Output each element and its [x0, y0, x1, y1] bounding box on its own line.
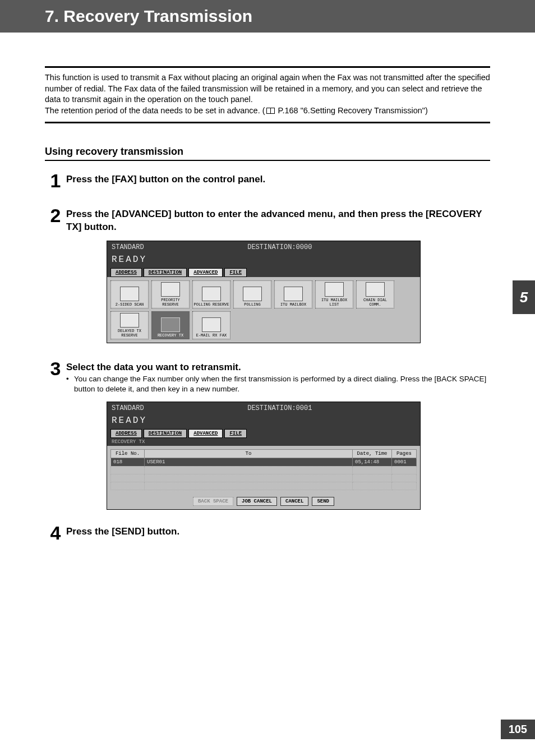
recovery-table-wrap: File No. To Date, Time Pages 018 USER01 …	[107, 446, 420, 494]
lcd-standard: STANDARD	[112, 404, 144, 412]
mailbox-list-icon	[325, 282, 344, 297]
step-number: 1	[45, 171, 66, 190]
chapter-tab: 5	[513, 280, 535, 314]
col-to: To	[145, 449, 353, 458]
page-number: 105	[501, 720, 535, 739]
page-title: 7. Recovery Transmission	[45, 7, 535, 26]
priority-icon	[161, 282, 180, 297]
lcd-standard: STANDARD	[112, 243, 144, 251]
btn-delayed-tx[interactable]: DELAYED TX RESERVE	[110, 311, 149, 339]
mailbox-icon	[284, 287, 303, 301]
lcd-destination: DESTINATION:0001	[247, 404, 312, 412]
cell-fileno: 018	[111, 458, 145, 466]
table-row[interactable]	[111, 466, 417, 474]
tab-file[interactable]: FILE	[224, 268, 247, 277]
col-datetime: Date, Time	[353, 449, 392, 458]
lcd-sublabel: RECOVERY TX	[107, 438, 420, 446]
cell-to: USER01	[145, 458, 353, 466]
clock-icon	[120, 313, 139, 328]
intro-block: This function is used to transmit a Fax …	[45, 66, 490, 123]
lcd-button-panel: 2-SIDED SCAN PRIORITY RESERVE POLLING RE…	[107, 277, 420, 343]
email-icon	[202, 317, 221, 332]
btn-polling[interactable]: POLLING	[233, 280, 271, 308]
table-row[interactable]	[111, 474, 417, 482]
tab-advanced[interactable]: ADVANCED	[188, 429, 223, 438]
btn-itu-mailbox-list[interactable]: ITU MAILBOX LIST	[315, 280, 353, 308]
page-content: This function is used to transmit a Fax …	[0, 33, 535, 542]
tab-address[interactable]: ADDRESS	[110, 429, 142, 438]
intro-paragraph: This function is used to transmit a Fax …	[45, 73, 490, 104]
step-1: 1 Press the [FAX] button on the control …	[45, 171, 490, 190]
page-header: 7. Recovery Transmission	[0, 0, 535, 33]
btn-priority-reserve[interactable]: PRIORITY RESERVE	[151, 280, 190, 308]
chain-icon	[366, 282, 385, 297]
divider	[45, 122, 490, 123]
btn-itu-mailbox[interactable]: ITU MAILBOX	[274, 280, 312, 308]
step-2: 2 Press the [ADVANCED] button to enter t…	[45, 206, 490, 234]
col-pages: Pages	[392, 449, 417, 458]
btn-2sided-scan[interactable]: 2-SIDED SCAN	[110, 280, 149, 308]
lcd-destination: DESTINATION:0000	[247, 243, 312, 251]
recovery-icon	[161, 317, 180, 332]
lcd-tabs: ADDRESS DESTINATION ADVANCED FILE	[107, 429, 420, 438]
lcd-button-row: BACK SPACE JOB CANCEL CANCEL SEND	[107, 494, 420, 509]
tab-advanced[interactable]: ADVANCED	[188, 268, 223, 277]
step-title: Select the data you want to retransmit.	[66, 361, 490, 374]
btn-polling-reserve[interactable]: POLLING RESERVE	[192, 280, 230, 308]
section-heading: Using recovery transmission	[45, 146, 490, 161]
polling-reserve-icon	[202, 287, 221, 301]
step-title: Press the [SEND] button.	[66, 525, 490, 538]
btn-email-rx-fax[interactable]: E-MAIL RX FAX	[192, 311, 230, 339]
btn-recovery-tx[interactable]: RECOVERY TX	[151, 311, 190, 339]
step-notes: You can change the Fax number only when …	[66, 374, 490, 394]
btn-chain-dial[interactable]: CHAIN DIAL COMM.	[356, 280, 394, 308]
recovery-table: File No. To Date, Time Pages 018 USER01 …	[110, 449, 417, 490]
btn-cancel[interactable]: CANCEL	[280, 497, 308, 506]
lcd-ready: READY	[107, 255, 420, 268]
table-row[interactable]	[111, 482, 417, 490]
divider	[45, 66, 490, 68]
lcd-screenshot-recovery-list: STANDARD DESTINATION:0001 READY ADDRESS …	[107, 402, 421, 510]
lcd-screenshot-advanced: STANDARD DESTINATION:0000 READY ADDRESS …	[107, 241, 421, 343]
lcd-tabs: ADDRESS DESTINATION ADVANCED FILE	[107, 268, 420, 277]
polling-icon	[243, 287, 262, 301]
col-fileno: File No.	[111, 449, 145, 458]
step-number: 4	[45, 523, 66, 542]
table-row[interactable]: 018 USER01 05,14:48 0001	[111, 458, 417, 466]
tab-destination[interactable]: DESTINATION	[144, 268, 187, 277]
btn-jobcancel[interactable]: JOB CANCEL	[237, 497, 277, 506]
step-note: You can change the Fax number only when …	[66, 374, 490, 394]
book-icon	[266, 108, 275, 114]
step-title: Press the [FAX] button on the control pa…	[66, 173, 490, 186]
retention-prefix: The retention period of the data needs t…	[45, 106, 265, 115]
btn-backspace[interactable]: BACK SPACE	[193, 497, 233, 506]
intro-text: This function is used to transmit a Fax …	[45, 72, 490, 116]
cell-pages: 0001	[392, 458, 417, 466]
step-title: Press the [ADVANCED] button to enter the…	[66, 208, 490, 234]
lcd-ready: READY	[107, 416, 420, 429]
step-number: 2	[45, 206, 66, 225]
scan-icon	[120, 287, 139, 301]
step-number: 3	[45, 359, 66, 378]
tab-destination[interactable]: DESTINATION	[144, 429, 187, 438]
cell-datetime: 05,14:48	[353, 458, 392, 466]
tab-file[interactable]: FILE	[224, 429, 247, 438]
step-4: 4 Press the [SEND] button.	[45, 523, 490, 542]
btn-send[interactable]: SEND	[312, 497, 334, 506]
step-3: 3 Select the data you want to retransmit…	[45, 359, 490, 394]
retention-ref: P.168 "6.Setting Recovery Transmission")	[276, 106, 428, 115]
tab-address[interactable]: ADDRESS	[110, 268, 142, 277]
